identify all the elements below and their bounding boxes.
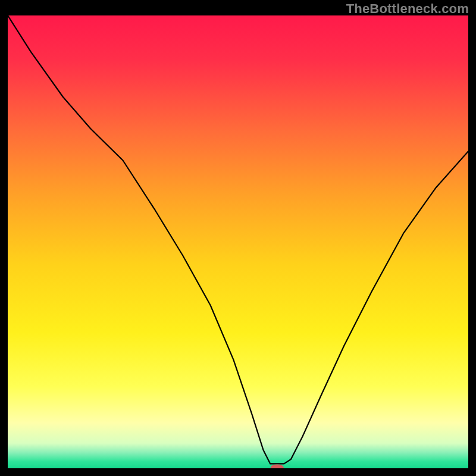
chart-frame: TheBottleneck.com [0,0,476,476]
chart-svg [8,15,468,468]
watermark-text: TheBottleneck.com [346,1,469,17]
plot-area [8,15,468,468]
